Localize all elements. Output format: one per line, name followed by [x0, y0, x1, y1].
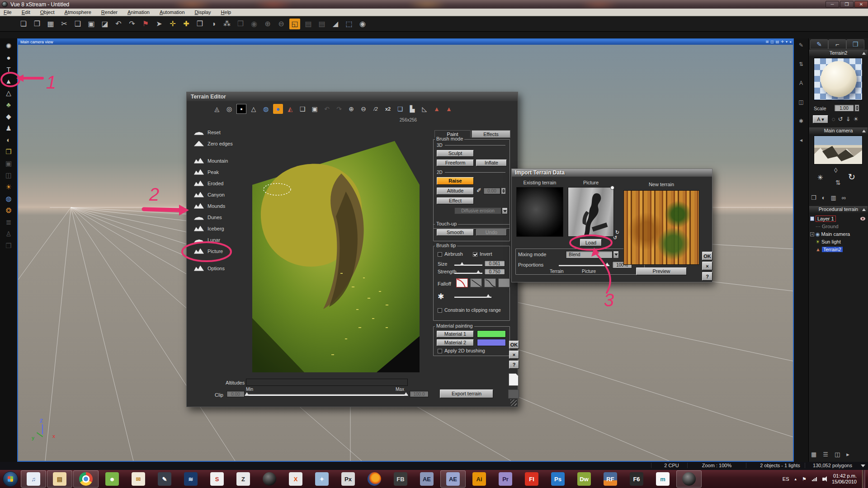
- split-bottom-icon[interactable]: ◫: [835, 451, 840, 458]
- copy-icon[interactable]: ❑: [72, 19, 83, 29]
- te-inspect-icon[interactable]: ◎: [224, 104, 234, 114]
- world-header[interactable]: Procedural terrain: [809, 206, 868, 213]
- material-1-swatch[interactable]: [477, 330, 506, 338]
- menu-atmosphere[interactable]: Atmosphere: [61, 9, 98, 15]
- group-icon[interactable]: ▣: [3, 159, 14, 168]
- messenger-icon[interactable]: ☻: [99, 470, 125, 488]
- clip-min-value[interactable]: 0.00: [226, 391, 245, 397]
- walk-icon[interactable]: ♙: [3, 229, 14, 239]
- mixing-mode-dropdown[interactable]: Blend: [566, 251, 613, 258]
- zbrush-icon[interactable]: Z: [231, 470, 256, 488]
- flash-icon[interactable]: Fl: [519, 470, 544, 488]
- clip-thumb-left[interactable]: [245, 392, 249, 396]
- render-icon[interactable]: ◑: [208, 19, 219, 29]
- select-cursor-icon[interactable]: ➤: [154, 19, 165, 29]
- collapse-up-icon[interactable]: [862, 130, 866, 132]
- panel-strip-icon[interactable]: ◫: [798, 99, 803, 105]
- new-scene-icon[interactable]: ❏: [18, 19, 29, 29]
- import-ok-button[interactable]: OK: [702, 252, 712, 260]
- phantom-icon[interactable]: ◌: [832, 116, 835, 122]
- preset-iceberg[interactable]: Iceberg: [194, 223, 247, 234]
- close-button[interactable]: ✕: [854, 1, 868, 8]
- te-redo-icon[interactable]: ↷: [334, 104, 344, 114]
- te-histogram-icon[interactable]: ▙: [407, 104, 417, 114]
- visibility-eye-icon[interactable]: [860, 217, 865, 221]
- ghost-cube-icon[interactable]: ❒: [235, 19, 246, 29]
- region-render-icon[interactable]: ⬚: [344, 19, 354, 29]
- links-tab-icon[interactable]: ∞: [842, 194, 846, 201]
- character-icon[interactable]: ♟: [3, 123, 14, 133]
- menu-display[interactable]: Display: [191, 9, 217, 15]
- objects-tab2-icon[interactable]: ❒: [846, 39, 864, 49]
- menu-help[interactable]: Help: [217, 9, 238, 15]
- material-2-button[interactable]: Material 2: [437, 339, 474, 346]
- te-sphere-icon[interactable]: ●: [273, 104, 283, 114]
- xnormal-icon[interactable]: X: [283, 470, 308, 488]
- te-peak-icon[interactable]: △: [249, 104, 259, 114]
- next-bottom-icon[interactable]: ▸: [846, 451, 849, 458]
- paint-tool-icon[interactable]: ✎: [152, 470, 177, 488]
- new-terrain-doc-icon[interactable]: [509, 373, 519, 386]
- atmosphere-icon[interactable]: ✺: [3, 41, 14, 51]
- mail-icon[interactable]: ✉: [126, 470, 151, 488]
- annotate-strip-icon[interactable]: ✎: [799, 42, 803, 48]
- te-clip-icon[interactable]: ▪: [236, 104, 246, 114]
- preset-reset[interactable]: Reset: [194, 127, 247, 138]
- collapse-strip-icon[interactable]: ◂: [800, 137, 802, 143]
- clip-thumb-right[interactable]: [404, 392, 408, 396]
- vp-split-icon[interactable]: ◫: [770, 39, 774, 45]
- import-dialog-title[interactable]: Import Terrain Data: [512, 169, 712, 177]
- aspect-button[interactable]: A ▾: [813, 115, 828, 123]
- pixologic-icon[interactable]: Px: [335, 470, 361, 488]
- add-light-icon[interactable]: ✛: [167, 19, 178, 29]
- lights-tab-icon[interactable]: ◐: [822, 194, 826, 201]
- sphere-primitive-icon[interactable]: ●: [3, 53, 14, 62]
- add-camera-icon[interactable]: ✚: [181, 19, 192, 29]
- hand-nav-icon[interactable]: ✳: [817, 174, 823, 182]
- plant-icon[interactable]: ♣: [3, 100, 14, 109]
- material-2-swatch[interactable]: [477, 339, 506, 346]
- grid-bottom-icon[interactable]: ▦: [811, 451, 816, 458]
- proportions-slider[interactable]: [559, 265, 609, 266]
- stack-icon[interactable]: ≣: [3, 217, 14, 227]
- menu-automation[interactable]: Automation: [156, 9, 191, 15]
- te-resize-icon[interactable]: ❏: [395, 104, 405, 114]
- show-desktop-button[interactable]: [862, 470, 865, 488]
- vp-grid-icon[interactable]: ▤: [776, 39, 779, 45]
- gray-cube-icon[interactable]: ❒: [3, 241, 14, 250]
- size-value[interactable]: 0.061: [484, 260, 505, 267]
- import-close-button[interactable]: ×: [702, 262, 712, 270]
- scale-input[interactable]: 1.00: [834, 104, 854, 112]
- globe-icon[interactable]: ◍: [3, 194, 14, 203]
- preset-dunes[interactable]: Dunes: [194, 211, 247, 223]
- te-effect2-icon[interactable]: ▲: [444, 104, 454, 114]
- layer-row[interactable]: Layer 1: [810, 215, 866, 222]
- orbit-nav-icon[interactable]: ↻: [848, 172, 855, 182]
- metablob-icon[interactable]: ❂: [3, 206, 14, 215]
- te-close-button[interactable]: ×: [509, 351, 519, 359]
- falloff-curve-1[interactable]: [456, 278, 468, 287]
- planet-icon[interactable]: ◐: [3, 135, 14, 145]
- altitude-spinner[interactable]: [501, 188, 506, 194]
- start-button[interactable]: [3, 471, 18, 487]
- preset-lunar[interactable]: Lunar: [194, 234, 247, 245]
- size-slider-thumb[interactable]: [460, 262, 464, 266]
- te-slope-icon[interactable]: ◺: [420, 104, 429, 114]
- mixing-dropdown-arrow[interactable]: [613, 251, 619, 258]
- action-center-flag-icon[interactable]: ⚑: [802, 476, 807, 482]
- strength-value[interactable]: 0.750: [484, 268, 505, 275]
- camera-header[interactable]: Main camera: [809, 127, 868, 134]
- menu-animation[interactable]: Animation: [124, 9, 156, 15]
- material-1-button[interactable]: Material 1: [437, 331, 474, 338]
- tab-effects[interactable]: Effects: [472, 130, 510, 138]
- collapse-up-icon[interactable]: [862, 52, 866, 55]
- freeform-button[interactable]: Freeform: [437, 160, 474, 166]
- add-object-icon[interactable]: ❒: [194, 19, 205, 29]
- ruler-tab-icon[interactable]: ⌐: [828, 39, 846, 49]
- apply-2d-checkbox[interactable]: [438, 349, 442, 353]
- clip-slider[interactable]: [246, 394, 408, 396]
- inflate-button[interactable]: Inflate: [476, 160, 507, 166]
- te-paste-icon[interactable]: ▣: [310, 104, 320, 114]
- paste-into-icon[interactable]: ◪: [99, 19, 110, 29]
- vp-zoom-icon[interactable]: ✛: [781, 39, 784, 45]
